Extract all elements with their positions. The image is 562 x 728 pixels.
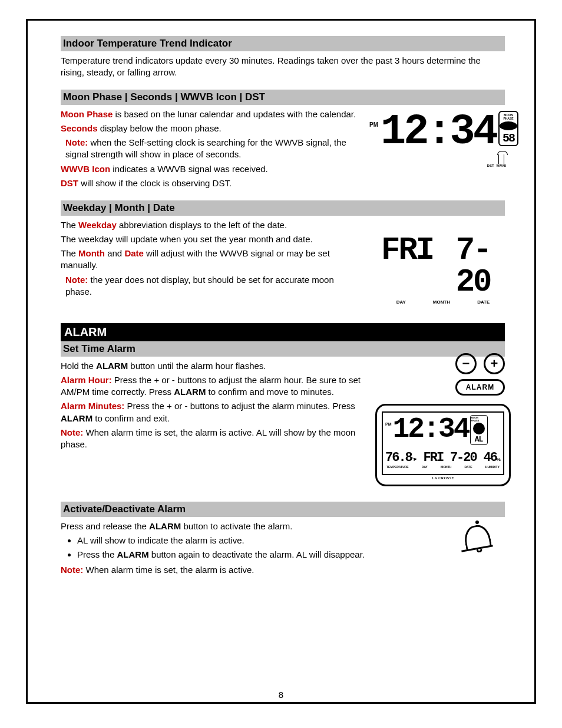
desc-dst: will show if the clock is observing DST.	[78, 178, 232, 188]
dev-time: 12:34	[393, 415, 469, 443]
t: Hold the	[61, 361, 96, 371]
t: Press the	[77, 549, 117, 559]
line-alarm-min: Alarm Minutes: Press the + or - buttons …	[61, 400, 361, 424]
term-moon-phase: Moon Phase	[61, 109, 113, 119]
line-dst: DST will show if the clock is observing …	[61, 177, 361, 189]
monthdate-digits: 7-20	[441, 235, 505, 298]
note-active: Note: When alarm time is set, the alarm …	[61, 564, 438, 576]
line-weekday-2: The weekday will update when you set the…	[61, 233, 361, 245]
line-weekday: The Weekday abbreviation displays to the…	[61, 219, 361, 231]
term-alarm-hour: Alarm Hour:	[61, 375, 112, 385]
u: °F	[412, 457, 416, 462]
set-alarm-text-block: Hold the ALARM button until the alarm ho…	[61, 360, 361, 451]
desc-wwvb: indicates a WWVB signal was received.	[110, 164, 268, 174]
term-weekday: Weekday	[78, 220, 117, 230]
dev-moon-label: MOON PHASE	[471, 416, 487, 422]
lcd-time-display: PM 12:34 MOON PHASE 58 DST WWVB	[369, 111, 505, 164]
note-year: Note: the year does not display, but sho…	[65, 274, 361, 298]
heading-calendar: Weekday | Month | Date	[61, 200, 505, 216]
heading-moon: Moon Phase | Seconds | WWVB Icon | DST	[61, 90, 505, 105]
dev-moon-icon	[473, 423, 485, 434]
bullet-al-show: AL will show to indicate the alarm is ac…	[77, 535, 438, 546]
line-moon-phase: Moon Phase is based on the lunar calenda…	[61, 108, 361, 120]
note-label: Note:	[61, 427, 83, 437]
line-wwvb: WWVB Icon indicates a WWVB signal was re…	[61, 163, 361, 175]
device-screen: PM 12:34 MOON PHASE AL 76.8°F FRI 7-20 4…	[382, 411, 504, 475]
t: The	[61, 248, 78, 258]
note-label: Note:	[65, 275, 88, 285]
term-wwvb: WWVB Icon	[61, 164, 110, 174]
label-month: MONTH	[433, 299, 450, 305]
dev-temp: 76.8°F	[385, 452, 416, 465]
calendar-text-block: The Weekday abbreviation displays to the…	[61, 219, 361, 298]
button-icons-row: − +	[455, 353, 505, 374]
note-wwvb-search: Note: when the Self-setting clock is sea…	[65, 137, 361, 161]
body-temp-trend: Temperature trend indicators update ever…	[61, 55, 505, 79]
page-frame: Indoor Temperature Trend Indicator Tempe…	[26, 19, 536, 704]
signal-cluster: DST WWVB	[487, 154, 506, 167]
section-moon: Moon Phase | Seconds | WWVB Icon | DST M…	[61, 90, 505, 190]
term-dst: DST	[61, 178, 78, 188]
pm-indicator: PM	[369, 121, 378, 128]
device-labels: TEMPERATURE DAY MONTH DATE HUMIDITY	[385, 465, 501, 469]
section-calendar: Weekday | Month | Date The Weekday abbre…	[61, 200, 505, 312]
dst-indicator: DST	[487, 164, 494, 167]
plus-button-icon: +	[484, 353, 505, 374]
seconds-digits: 58	[503, 131, 514, 145]
seconds-row: 58	[503, 131, 514, 145]
page-content: Indoor Temperature Trend Indicator Tempe…	[61, 36, 505, 601]
btn-name-alarm: ALARM	[149, 521, 181, 531]
dev-day: FRI	[424, 452, 444, 465]
u: %	[497, 457, 501, 462]
section-set-alarm: Set Time Alarm Hold the ALARM button unt…	[61, 341, 505, 496]
label-day: DAY	[396, 299, 406, 305]
heading-activate-alarm: Activate/Deactivate Alarm	[61, 502, 505, 517]
t: The	[61, 220, 78, 230]
t: Press the + or - buttons to adjust the a…	[124, 401, 355, 411]
t: Press and release the	[61, 521, 149, 531]
note-body: the year does not display, but should be…	[65, 275, 334, 297]
device-brand: LA CROSSE	[382, 476, 504, 480]
term-date: Date	[124, 248, 144, 258]
note-body: When alarm time is set, the alarm is act…	[61, 427, 355, 449]
minus-button-icon: −	[455, 353, 477, 374]
bell-icon	[461, 521, 493, 559]
dev-md: 7-20	[450, 452, 477, 465]
term-month: Month	[78, 248, 105, 258]
moon-icon	[500, 121, 517, 130]
term-alarm-min: Alarm Minutes:	[61, 401, 124, 411]
v: 46	[483, 450, 496, 465]
activate-text-block: Press and release the ALARM button to ac…	[61, 521, 438, 577]
l: DATE	[464, 465, 472, 469]
moon-phase-box: MOON PHASE 58	[498, 111, 518, 146]
btn-name-alarm: ALARM	[117, 549, 149, 559]
label-date: DATE	[477, 299, 490, 305]
l: HUMIDITY	[485, 465, 500, 469]
line-hold-alarm: Hold the ALARM button until the alarm ho…	[61, 360, 361, 372]
device-illustration: PM 12:34 MOON PHASE AL 76.8°F FRI 7-20 4…	[375, 404, 511, 486]
dev-moon-box: MOON PHASE AL	[470, 415, 488, 445]
note-body: when the Self-setting clock is searching…	[65, 137, 346, 159]
t: to confirm and move to minutes.	[206, 387, 334, 397]
page-number: 8	[279, 690, 283, 700]
dev-hum: 46%	[483, 452, 501, 465]
date-labels-row: DAY MONTH DATE	[381, 299, 505, 305]
heading-temp-trend: Indoor Temperature Trend Indicator	[61, 36, 505, 51]
tower-icon: WWVB	[497, 154, 506, 167]
section-activate-alarm: Activate/Deactivate Alarm Press and rele…	[61, 502, 505, 590]
btn-name-alarm: ALARM	[96, 361, 128, 371]
t: button again to deactivate the alarm. AL…	[149, 549, 365, 559]
lcd-date-display: FRI 7-20 DAY MONTH DATE	[381, 235, 505, 305]
btn-name-alarm: ALARM	[174, 387, 206, 397]
time-digits: 12:34	[381, 111, 496, 153]
note-al-active: Note: When alarm time is set, the alarm …	[61, 427, 361, 451]
section-bar-alarm: ALARM	[61, 323, 505, 341]
device-top-buttons	[389, 404, 497, 407]
desc-seconds: display below the moon phase.	[98, 123, 222, 133]
wwvb-label: WWVB	[497, 164, 506, 167]
bullet-deactivate: Press the ALARM button again to deactiva…	[77, 549, 438, 561]
desc-weekday: abbreviation displays to the left of the…	[117, 220, 287, 230]
date-digits-row: FRI 7-20	[381, 235, 505, 298]
v: 76.8	[385, 450, 412, 465]
note-label: Note:	[65, 137, 88, 147]
